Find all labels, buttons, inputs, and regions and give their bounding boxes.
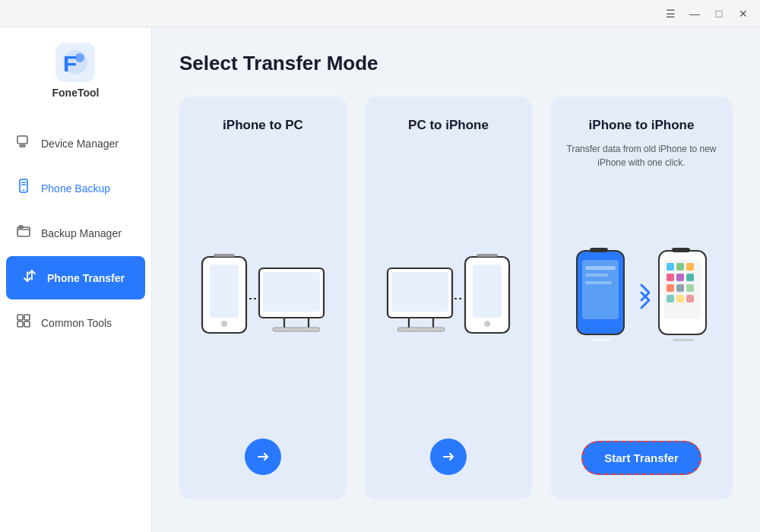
svg-rect-28 xyxy=(391,272,448,312)
pc-to-iphone-title: PC to iPhone xyxy=(408,118,489,133)
svg-rect-10 xyxy=(17,227,30,236)
pc-to-iphone-card[interactable]: PC to iPhone xyxy=(365,97,532,499)
phone-transfer-icon xyxy=(21,268,38,287)
minimize-button[interactable]: — xyxy=(684,3,705,24)
svg-rect-4 xyxy=(17,136,27,144)
svg-rect-53 xyxy=(667,284,674,292)
svg-rect-45 xyxy=(672,248,690,252)
svg-rect-42 xyxy=(585,281,612,284)
svg-rect-48 xyxy=(676,263,684,271)
phone-backup-icon xyxy=(15,179,32,198)
svg-rect-31 xyxy=(397,328,445,331)
device-manager-icon xyxy=(15,134,32,153)
sidebar-item-backup-manager[interactable]: Backup Manager xyxy=(0,211,151,255)
transfer-mode-cards: iPhone to PC xyxy=(179,97,733,499)
svg-rect-23 xyxy=(263,272,320,312)
page-title: Select Transfer Mode xyxy=(179,52,733,75)
iphone-to-iphone-illustration xyxy=(565,182,717,426)
svg-text:F: F xyxy=(63,51,77,76)
svg-rect-56 xyxy=(667,295,674,302)
iphone-to-pc-arrow-button[interactable] xyxy=(245,439,281,475)
svg-rect-47 xyxy=(667,263,674,271)
svg-rect-57 xyxy=(676,295,684,302)
svg-rect-15 xyxy=(24,315,30,320)
app-body: F FoneTool Device Manager xyxy=(0,27,760,532)
sidebar-item-common-tools[interactable]: Common Tools xyxy=(0,301,151,344)
sidebar-item-device-manager[interactable]: Device Manager xyxy=(0,122,151,165)
svg-rect-17 xyxy=(24,321,30,327)
title-bar: ☰ — □ ✕ xyxy=(0,0,760,27)
logo-area: F FoneTool xyxy=(52,43,100,99)
svg-rect-41 xyxy=(585,274,608,277)
svg-rect-54 xyxy=(676,284,684,292)
iphone-to-pc-action[interactable] xyxy=(245,439,281,475)
pc-to-iphone-action[interactable] xyxy=(430,439,467,475)
svg-rect-14 xyxy=(17,315,23,320)
backup-manager-label: Backup Manager xyxy=(41,227,122,239)
svg-rect-35 xyxy=(477,254,498,257)
iphone-to-iphone-desc: Transfer data from old iPhone to new iPh… xyxy=(565,142,717,169)
phone-transfer-label: Phone Transfer xyxy=(47,272,125,284)
start-transfer-button[interactable]: Start Transfer xyxy=(581,441,701,475)
svg-rect-40 xyxy=(585,266,616,270)
common-tools-icon xyxy=(15,313,32,332)
svg-rect-51 xyxy=(676,274,684,281)
svg-rect-5 xyxy=(20,145,25,147)
svg-rect-52 xyxy=(686,274,694,281)
svg-point-7 xyxy=(23,189,24,191)
sidebar-item-phone-transfer[interactable]: Phone Transfer xyxy=(6,256,145,299)
svg-point-3 xyxy=(75,53,84,62)
iphone-to-pc-illustration xyxy=(195,182,331,423)
svg-rect-55 xyxy=(686,284,694,292)
svg-rect-38 xyxy=(590,248,608,252)
iphone-to-pc-title: iPhone to PC xyxy=(223,118,303,133)
window-controls: ☰ — □ ✕ xyxy=(660,3,754,24)
svg-rect-49 xyxy=(686,263,694,271)
svg-point-20 xyxy=(221,321,227,327)
svg-point-34 xyxy=(484,321,490,327)
close-button[interactable]: ✕ xyxy=(733,3,754,24)
svg-rect-26 xyxy=(273,328,320,331)
main-content: Select Transfer Mode iPhone to PC xyxy=(152,27,760,532)
iphone-to-iphone-card[interactable]: iPhone to iPhone Transfer data from old … xyxy=(550,97,733,499)
svg-rect-39 xyxy=(591,339,612,341)
nav-menu: Device Manager Phone Backup xyxy=(0,122,151,344)
sidebar: F FoneTool Device Manager xyxy=(0,27,152,532)
svg-rect-19 xyxy=(210,264,239,318)
svg-rect-58 xyxy=(686,295,694,302)
svg-rect-46 xyxy=(673,339,694,341)
iphone-to-iphone-action[interactable]: Start Transfer xyxy=(581,441,701,475)
pc-to-iphone-illustration xyxy=(380,182,517,423)
sidebar-item-phone-backup[interactable]: Phone Backup xyxy=(0,166,151,210)
maximize-button[interactable]: □ xyxy=(708,3,730,24)
app-logo: F xyxy=(55,43,95,82)
device-manager-label: Device Manager xyxy=(41,138,119,150)
iphone-to-pc-card[interactable]: iPhone to PC xyxy=(179,97,347,499)
logo-label: FoneTool xyxy=(52,87,100,99)
menu-button[interactable]: ☰ xyxy=(660,3,681,24)
phone-backup-label: Phone Backup xyxy=(41,182,110,195)
pc-to-iphone-arrow-button[interactable] xyxy=(430,439,467,475)
iphone-to-iphone-title: iPhone to iPhone xyxy=(589,118,695,133)
svg-rect-50 xyxy=(667,274,674,281)
common-tools-label: Common Tools xyxy=(41,317,112,329)
svg-rect-33 xyxy=(473,264,502,318)
svg-rect-16 xyxy=(17,321,23,327)
backup-manager-icon xyxy=(15,223,32,242)
svg-rect-21 xyxy=(214,254,235,257)
